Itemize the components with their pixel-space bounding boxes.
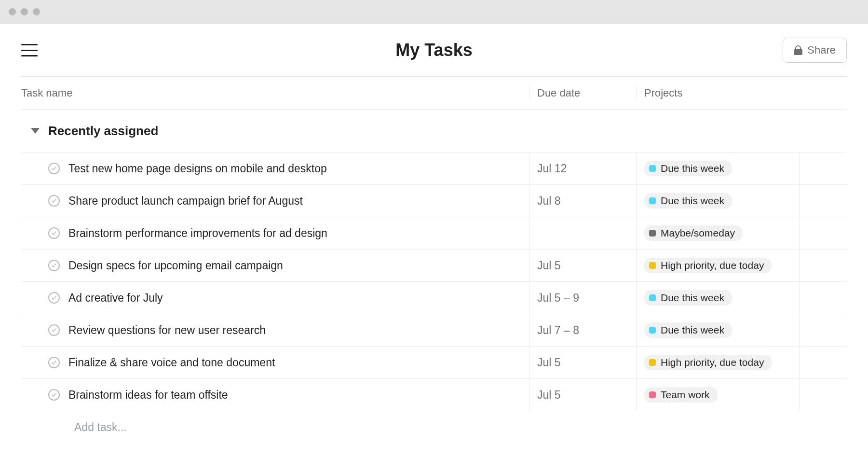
complete-check-icon[interactable] <box>48 357 60 368</box>
task-row[interactable]: Review questions for new user researchJu… <box>21 314 847 346</box>
task-row[interactable]: Test new home page designs on mobile and… <box>21 152 847 184</box>
project-cell[interactable]: High priority, due today <box>636 347 800 378</box>
task-name: Review questions for new user research <box>68 324 266 337</box>
hamburger-menu-icon[interactable] <box>21 44 38 56</box>
share-button[interactable]: Share <box>783 38 847 63</box>
window-dot-close[interactable] <box>9 8 16 15</box>
task-row[interactable]: Share product launch campaign brief for … <box>21 184 847 217</box>
extra-cell <box>800 314 847 346</box>
project-cell[interactable]: Maybe/someday <box>636 217 800 249</box>
project-pill[interactable]: High priority, due today <box>644 355 772 370</box>
project-color-dot <box>649 294 656 301</box>
window-dot-minimize[interactable] <box>21 8 28 15</box>
extra-cell <box>800 185 847 217</box>
due-date: Jul 5 <box>537 356 561 369</box>
project-color-dot <box>649 327 656 334</box>
section-title: Recently assigned <box>48 124 158 139</box>
window-dot-zoom[interactable] <box>33 8 40 15</box>
complete-check-icon[interactable] <box>48 163 60 174</box>
extra-cell <box>800 347 847 378</box>
project-label: Maybe/someday <box>661 227 735 239</box>
due-date-cell[interactable]: Jul 5 <box>529 347 636 378</box>
project-cell[interactable]: Due this week <box>636 282 800 314</box>
project-label: Due this week <box>661 324 724 336</box>
task-name: Ad creative for July <box>68 292 163 305</box>
project-pill[interactable]: High priority, due today <box>644 258 772 273</box>
complete-check-icon[interactable] <box>48 227 60 239</box>
due-date-cell[interactable]: Jul 7 – 8 <box>529 314 636 346</box>
project-cell[interactable]: Due this week <box>636 185 800 217</box>
task-row[interactable]: Brainstorm performance improvements for … <box>21 217 847 249</box>
task-cell[interactable]: Review questions for new user research <box>21 314 529 346</box>
project-pill[interactable]: Due this week <box>644 322 732 338</box>
project-cell[interactable]: High priority, due today <box>636 250 800 281</box>
project-pill[interactable]: Due this week <box>644 161 732 176</box>
complete-check-icon[interactable] <box>48 260 60 271</box>
column-header-projects[interactable]: Projects <box>636 87 800 99</box>
column-header-task[interactable]: Task name <box>21 87 529 99</box>
lock-icon <box>794 45 802 55</box>
complete-check-icon[interactable] <box>48 292 60 304</box>
task-row[interactable]: Ad creative for JulyJul 5 – 9Due this we… <box>21 281 847 314</box>
project-label: High priority, due today <box>661 260 764 271</box>
due-date-cell[interactable]: Jul 5 – 9 <box>529 282 636 314</box>
task-row[interactable]: Design specs for upcoming email campaign… <box>21 249 847 281</box>
column-header-due[interactable]: Due date <box>529 87 636 99</box>
project-color-dot <box>649 197 656 204</box>
task-name: Design specs for upcoming email campaign <box>68 259 283 272</box>
task-table: Task name Due date Projects Recently ass… <box>21 76 847 443</box>
task-name: Test new home page designs on mobile and… <box>68 162 327 175</box>
project-pill[interactable]: Due this week <box>644 290 732 306</box>
task-name: Brainstorm performance improvements for … <box>68 227 327 240</box>
project-label: Due this week <box>661 195 724 207</box>
page-title: My Tasks <box>395 40 472 60</box>
due-date-cell[interactable]: Jul 5 <box>529 250 636 281</box>
add-task-input[interactable]: Add task... <box>21 411 847 443</box>
project-pill[interactable]: Maybe/someday <box>644 225 743 241</box>
project-color-dot <box>649 262 656 269</box>
task-row[interactable]: Brainstorm ideas for team offsiteJul 5Te… <box>21 378 847 411</box>
project-label: Team work <box>661 389 710 401</box>
extra-cell <box>800 282 847 314</box>
project-pill[interactable]: Due this week <box>644 193 732 209</box>
task-cell[interactable]: Brainstorm ideas for team offsite <box>21 379 529 411</box>
task-row[interactable]: Finalize & share voice and tone document… <box>21 346 847 378</box>
due-date: Jul 12 <box>537 162 567 175</box>
project-color-dot <box>649 230 656 236</box>
extra-cell <box>800 217 847 249</box>
due-date-cell[interactable]: Jul 5 <box>529 379 636 411</box>
task-cell[interactable]: Design specs for upcoming email campaign <box>21 250 529 281</box>
task-cell[interactable]: Test new home page designs on mobile and… <box>21 153 529 184</box>
project-color-dot <box>649 359 656 366</box>
task-cell[interactable]: Finalize & share voice and tone document <box>21 347 529 378</box>
complete-check-icon[interactable] <box>48 324 60 336</box>
project-color-dot <box>649 391 656 398</box>
task-cell[interactable]: Ad creative for July <box>21 282 529 314</box>
task-name: Share product launch campaign brief for … <box>68 195 303 208</box>
task-cell[interactable]: Share product launch campaign brief for … <box>21 185 529 217</box>
due-date: Jul 5 <box>537 389 561 402</box>
due-date-cell[interactable] <box>529 217 636 249</box>
section-header[interactable]: Recently assigned <box>21 110 847 152</box>
window-titlebar <box>0 0 868 24</box>
complete-check-icon[interactable] <box>48 389 60 401</box>
project-label: Due this week <box>661 292 724 304</box>
due-date-cell[interactable]: Jul 12 <box>529 153 636 184</box>
header: My Tasks Share <box>0 24 868 76</box>
project-color-dot <box>649 165 656 172</box>
due-date: Jul 5 – 9 <box>537 292 579 305</box>
project-cell[interactable]: Due this week <box>636 314 800 346</box>
due-date: Jul 5 <box>537 259 561 272</box>
project-cell[interactable]: Due this week <box>636 153 800 184</box>
extra-cell <box>800 250 847 281</box>
caret-down-icon <box>31 128 40 134</box>
share-button-label: Share <box>807 44 836 56</box>
complete-check-icon[interactable] <box>48 195 60 207</box>
add-task-placeholder: Add task... <box>74 421 127 434</box>
project-label: High priority, due today <box>661 357 764 368</box>
extra-cell <box>800 153 847 184</box>
task-cell[interactable]: Brainstorm performance improvements for … <box>21 217 529 249</box>
project-cell[interactable]: Team work <box>636 379 800 411</box>
project-pill[interactable]: Team work <box>644 387 718 403</box>
due-date-cell[interactable]: Jul 8 <box>529 185 636 217</box>
